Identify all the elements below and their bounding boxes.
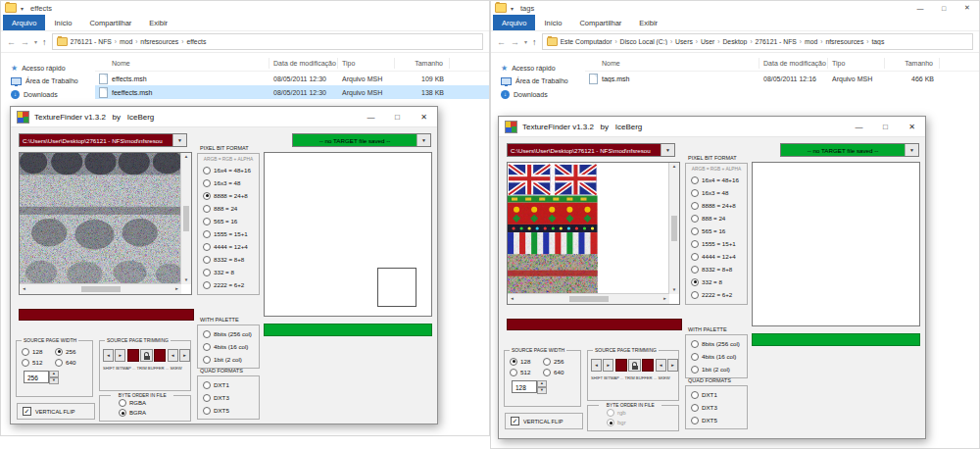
minimize-button[interactable]: —	[358, 107, 384, 126]
combo-dropdown-icon[interactable]: ▼	[172, 134, 186, 146]
quick-access-dropdown-icon[interactable]: ▾	[21, 5, 24, 12]
vertical-scrollbar[interactable]: ▲ ▼	[668, 163, 679, 294]
radio-option[interactable]: 565 = 16	[686, 224, 747, 237]
radio-option[interactable]: 4bits (16 col)	[686, 350, 747, 363]
file-row[interactable]: feeffects.msh 08/05/2011 12:30 Arquivo M…	[95, 85, 489, 99]
radio-option[interactable]: DXT1	[198, 378, 259, 391]
ribbon-tab[interactable]: Início	[45, 15, 80, 30]
breadcrumb-item[interactable]: nfsresources ›	[825, 38, 868, 45]
minimize-button[interactable]: —	[846, 117, 872, 136]
scrollbar-thumb[interactable]	[81, 286, 121, 292]
breadcrumb-item[interactable]: User ›	[701, 38, 720, 45]
scroll-down-icon[interactable]: ▼	[182, 276, 191, 284]
shift-left-button[interactable]: ◄	[591, 359, 602, 372]
radio-option[interactable]: 256	[52, 346, 85, 357]
radio-option[interactable]: 888 = 24	[198, 202, 259, 215]
column-header[interactable]: Tamanho	[885, 58, 940, 69]
address-bar[interactable]: 276121 - NFS › mod › nfsresources ›	[52, 33, 483, 50]
scroll-up-icon[interactable]: ▲	[670, 163, 679, 171]
target-file-combo[interactable]: -- no TARGET file saved -- ▼	[780, 143, 919, 157]
radio-option[interactable]: 1bit (2 col)	[686, 363, 747, 375]
texturefinder-titlebar[interactable]: TextureFinder v1.3.2 by IceBerg — □ ✕	[11, 107, 437, 127]
spinner-value[interactable]: 128	[512, 380, 537, 393]
scroll-left-icon[interactable]: ◄	[20, 285, 28, 293]
quick-access-dropdown-icon[interactable]: ▾	[511, 5, 514, 12]
breadcrumb-item[interactable]: 276121 - NFS ›	[71, 38, 117, 45]
column-header[interactable]: Tipo	[338, 58, 395, 69]
combo-dropdown-icon[interactable]: ▼	[905, 144, 918, 156]
texture-preview[interactable]: ▲ ▼ ◄ ►	[507, 162, 680, 305]
folder-icon[interactable]	[5, 3, 17, 13]
scroll-right-icon[interactable]: ►	[172, 285, 181, 293]
combo-dropdown-icon[interactable]: ▼	[416, 134, 430, 146]
skew-right-button[interactable]: ►	[667, 359, 678, 372]
up-icon[interactable]: ↑	[532, 37, 537, 47]
radio-option[interactable]: DXT1	[686, 388, 747, 401]
radio-option[interactable]: DXT5	[686, 414, 747, 426]
sidebar-item-quick-access[interactable]: ★ Acesso rápido	[491, 62, 585, 75]
radio-option[interactable]: 332 = 8	[686, 275, 747, 288]
forward-icon[interactable]: →	[511, 37, 519, 47]
sidebar-item-quick-access[interactable]: ★ Acesso rápido	[1, 62, 95, 75]
ribbon-tab[interactable]: Compartilhar	[570, 15, 630, 30]
sidebar-item-downloads[interactable]: ↓ Downloads	[1, 87, 95, 101]
scrollbar-thumb[interactable]	[671, 216, 677, 241]
radio-option[interactable]: 256	[540, 356, 573, 367]
scrollbar-thumb[interactable]	[183, 206, 189, 231]
vertical-flip-control[interactable]: ✓ VERTICAL FLIP	[505, 413, 583, 429]
texture-preview[interactable]: ▲ ▼ ◄ ►	[19, 152, 192, 295]
back-icon[interactable]: ←	[7, 37, 16, 47]
breadcrumb-item[interactable]: 276121 - NFS ›	[756, 38, 802, 45]
ribbon-tab[interactable]: Exibir	[140, 15, 176, 30]
radio-option[interactable]: DXT3	[198, 391, 259, 404]
breadcrumb-item[interactable]: effects ›	[186, 38, 211, 45]
column-header[interactable]: Data de modificação	[270, 58, 338, 69]
ribbon-tab[interactable]: Exibir	[630, 15, 666, 30]
radio-option[interactable]: 8888 = 24+8	[198, 189, 259, 202]
radio-option[interactable]: 128	[507, 356, 540, 367]
breadcrumb-item[interactable]: Este Computador ›	[561, 38, 617, 45]
vertical-flip-control[interactable]: ✓ VERTICAL FLIP	[17, 403, 95, 420]
skew-left-button[interactable]: ◄	[656, 359, 666, 372]
column-header[interactable]: Nome	[585, 58, 760, 69]
radio-option[interactable]: DXT3	[686, 401, 747, 414]
radio-option[interactable]: 1555 = 15+1	[198, 227, 259, 240]
forward-icon[interactable]: →	[21, 37, 29, 47]
radio-option[interactable]: 128	[19, 346, 52, 357]
radio-option[interactable]: DXT5	[198, 404, 259, 417]
radio-option[interactable]: 332 = 8	[198, 266, 259, 278]
page-width-spinner[interactable]: 256 ▲ ▼	[24, 371, 92, 383]
shift-right-button[interactable]: ►	[603, 359, 613, 372]
column-header[interactable]: Tipo	[828, 58, 885, 69]
scroll-right-icon[interactable]: ►	[661, 295, 669, 303]
source-file-combo[interactable]: C:\Users\User\Desktop\276121 - NFS\mod\n…	[507, 143, 675, 157]
checkbox-icon[interactable]: ✓	[23, 407, 31, 416]
radio-option[interactable]: rgb	[602, 408, 678, 418]
lock-icon[interactable]	[628, 359, 641, 372]
skew-right-button[interactable]: ►	[179, 349, 190, 362]
radio-option[interactable]: 640	[52, 357, 85, 368]
radio-option[interactable]: 4444 = 12+4	[686, 250, 747, 263]
texturefinder-titlebar[interactable]: TextureFinder v1.3.2 by IceBerg — □ ✕	[499, 117, 925, 137]
radio-option[interactable]: 8bits (256 col)	[686, 337, 747, 350]
breadcrumb-item[interactable]: mod ›	[805, 38, 822, 45]
radio-option[interactable]: 8888 = 24+8	[686, 199, 747, 212]
close-button[interactable]: ✕	[411, 107, 437, 126]
radio-option[interactable]: 512	[19, 357, 52, 368]
column-header[interactable]: Tamanho	[395, 58, 450, 69]
texture-preview-image[interactable]	[508, 163, 669, 294]
radio-option[interactable]: 512	[507, 367, 540, 377]
radio-option[interactable]: 4bits (16 col)	[198, 340, 259, 353]
sidebar-item-desktop[interactable]: Área de Trabalho	[1, 75, 95, 87]
radio-option[interactable]: 2222 = 6+2	[686, 288, 747, 301]
lock-icon[interactable]	[140, 349, 153, 362]
ribbon-tab[interactable]: Arquivo	[493, 15, 535, 30]
radio-option[interactable]: 16x4 = 48+16	[198, 164, 259, 176]
radio-option[interactable]: 16x3 = 48	[198, 176, 259, 189]
maximize-button[interactable]: □	[384, 107, 411, 126]
radio-option[interactable]: 2222 = 6+2	[198, 278, 259, 291]
sidebar-item-downloads[interactable]: ↓ Downloads	[491, 87, 585, 101]
radio-option[interactable]: 8332 = 8+8	[686, 263, 747, 275]
file-row[interactable]: effects.msh 08/05/2011 12:30 Arquivo MSH…	[95, 72, 489, 85]
shift-left-button[interactable]: ◄	[103, 349, 114, 362]
